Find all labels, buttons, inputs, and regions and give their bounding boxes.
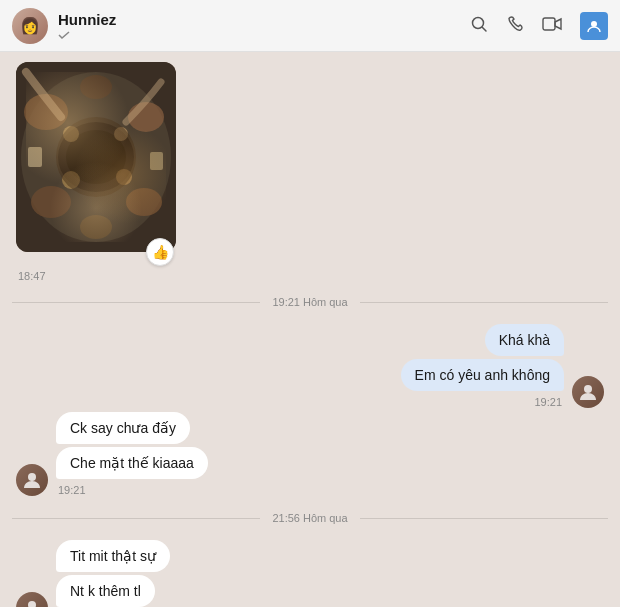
incoming-message-group-2: Tit mit thật sự Nt k thêm tl 21:56 — [0, 538, 620, 607]
svg-point-10 — [31, 186, 71, 218]
svg-rect-18 — [28, 147, 42, 167]
divider-line-left-2 — [12, 518, 260, 519]
incoming-text-2: Che mặt thế kiaaaa — [70, 455, 194, 471]
svg-point-8 — [24, 94, 68, 130]
svg-line-1 — [483, 27, 487, 31]
chat-area: 👍 18:47 19:21 Hôm qua Khá khà Em có yêu … — [0, 52, 620, 607]
image-bubble — [16, 62, 176, 252]
svg-point-15 — [114, 127, 128, 141]
svg-point-21 — [28, 473, 36, 481]
svg-point-20 — [584, 385, 592, 393]
svg-point-17 — [116, 169, 132, 185]
like-button[interactable]: 👍 — [146, 238, 174, 266]
svg-point-3 — [591, 21, 597, 27]
contact-avatar-chat-2 — [16, 592, 48, 607]
incoming-text-4: Nt k thêm tl — [70, 583, 141, 599]
header-actions — [470, 12, 608, 40]
divider-line-left — [12, 302, 260, 303]
chat-header: 👩 Hunniez — [0, 0, 620, 52]
divider-text-1: 19:21 Hôm qua — [272, 296, 347, 308]
user-avatar — [572, 376, 604, 408]
call-icon[interactable] — [506, 15, 524, 37]
incoming-bubble-4: Nt k thêm tl — [56, 575, 155, 607]
image-message: 👍 18:47 — [0, 62, 620, 282]
incoming-bubbles-1: Ck say chưa đấy Che mặt thế kiaaaa 19:21 — [56, 412, 208, 496]
incoming-text-3: Tit mit thật sự — [70, 548, 156, 564]
svg-point-11 — [126, 188, 162, 216]
contact-avatar: 👩 — [12, 8, 48, 44]
incoming-bubble-1: Ck say chưa đấy — [56, 412, 190, 444]
date-divider-2: 21:56 Hôm qua — [0, 512, 620, 524]
incoming-time-1: 19:21 — [56, 484, 86, 496]
outgoing-bubbles: Khá khà Em có yêu anh không 19:21 — [401, 324, 564, 408]
svg-point-16 — [62, 171, 80, 189]
contact-info: Hunniez — [58, 11, 470, 41]
date-divider-1: 19:21 Hôm qua — [0, 296, 620, 308]
outgoing-bubble-1: Khá khà — [485, 324, 564, 356]
video-icon[interactable] — [542, 16, 562, 36]
svg-point-0 — [473, 17, 484, 28]
outgoing-bubble-2: Em có yêu anh không — [401, 359, 564, 391]
divider-line-right-2 — [360, 518, 608, 519]
svg-point-13 — [80, 215, 112, 239]
avatar-image: 👩 — [12, 8, 48, 44]
outgoing-time: 19:21 — [534, 396, 564, 408]
image-time: 18:47 — [16, 270, 46, 282]
incoming-text-1: Ck say chưa đấy — [70, 420, 176, 436]
contact-name: Hunniez — [58, 11, 470, 29]
outgoing-text-1: Khá khà — [499, 332, 550, 348]
svg-point-12 — [80, 75, 112, 99]
contact-status — [58, 29, 470, 41]
profile-icon[interactable] — [580, 12, 608, 40]
svg-point-14 — [63, 126, 79, 142]
divider-text-2: 21:56 Hôm qua — [272, 512, 347, 524]
svg-rect-2 — [543, 18, 555, 30]
thumbsup-icon: 👍 — [152, 244, 169, 260]
svg-point-7 — [66, 130, 126, 184]
incoming-message-group-1: Ck say chưa đấy Che mặt thế kiaaaa 19:21 — [0, 410, 620, 498]
food-image — [16, 62, 176, 252]
incoming-bubble-2: Che mặt thế kiaaaa — [56, 447, 208, 479]
incoming-bubbles-2: Tit mit thật sự Nt k thêm tl 21:56 — [56, 540, 170, 607]
divider-line-right — [360, 302, 608, 303]
svg-rect-19 — [150, 152, 163, 170]
svg-point-22 — [28, 601, 36, 607]
outgoing-message-group: Khá khà Em có yêu anh không 19:21 — [0, 322, 620, 410]
search-icon[interactable] — [470, 15, 488, 37]
svg-point-6 — [58, 122, 134, 192]
svg-point-9 — [128, 102, 164, 132]
outgoing-text-2: Em có yêu anh không — [415, 367, 550, 383]
svg-point-5 — [21, 72, 171, 242]
svg-rect-4 — [16, 62, 176, 252]
incoming-bubble-3: Tit mit thật sự — [56, 540, 170, 572]
contact-avatar-chat — [16, 464, 48, 496]
